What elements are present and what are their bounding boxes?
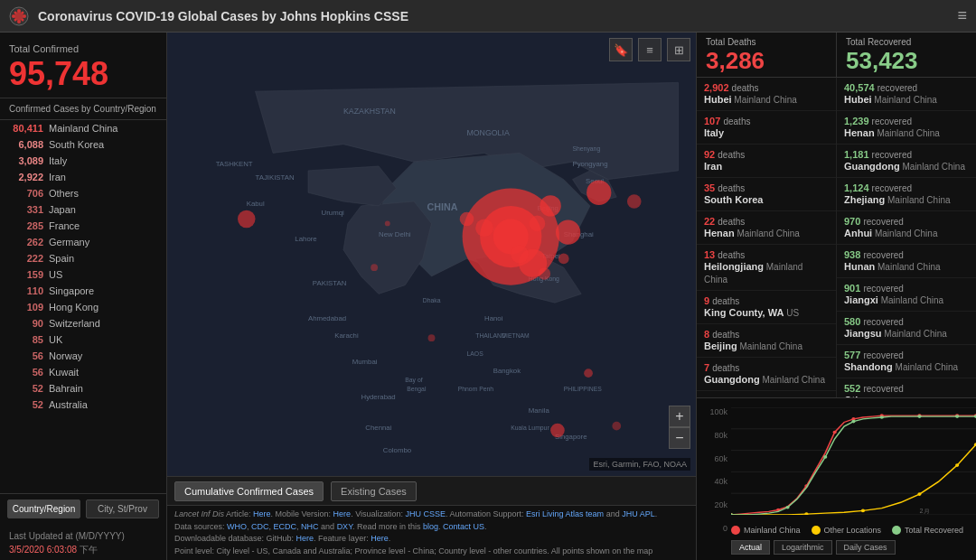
country-list-item[interactable]: 56Kuwait [0, 364, 166, 380]
svg-point-94 [917, 415, 921, 418]
country-list-item[interactable]: 706Others [0, 185, 166, 201]
map-container[interactable]: KAZAKHSTAN MONGOLIA TAJIKISTAN TASHKENT … [167, 33, 696, 476]
sidebar-tab-bar: Country/RegionCity, St/Prov [0, 493, 166, 524]
country-list-item[interactable]: 331Japan [0, 201, 166, 218]
recovered-count: 552 recovered [844, 383, 969, 394]
death-count: 2,902 deaths [704, 82, 829, 93]
svg-text:Mumbai: Mumbai [352, 358, 378, 366]
death-item: 8 deaths Beijing Mainland China [697, 324, 836, 358]
legend-dot [731, 526, 740, 535]
map-toggle-button[interactable]: Cumulative Confirmed Cases [174, 481, 324, 501]
death-count: 22 deaths [704, 216, 829, 227]
country-list-item[interactable]: 52Australia [0, 397, 166, 413]
country-list-item[interactable]: 159US [0, 266, 166, 283]
country-count: 56 [9, 367, 43, 378]
country-name: Australia [49, 399, 88, 410]
svg-text:VIETNAM: VIETNAM [502, 332, 530, 339]
death-count: 9 deaths [704, 295, 829, 306]
svg-text:KAZAKHSTAN: KAZAKHSTAN [343, 107, 396, 116]
death-count: 35 deaths [704, 182, 829, 193]
country-name: US [49, 269, 62, 280]
recovered-region: Anhui Mainland China [844, 227, 969, 239]
country-list-item[interactable]: 3,089Italy [0, 153, 166, 169]
country-name: Singapore [49, 285, 94, 296]
recovered-stat-box: Total Recovered 53,423 [836, 33, 976, 77]
recovered-count: 901 recovered [844, 283, 969, 294]
country-list-item[interactable]: 85UK [0, 331, 166, 348]
zoom-out-button[interactable]: − [669, 427, 690, 449]
country-list-item[interactable]: 110Singapore [0, 283, 166, 299]
zoom-in-button[interactable]: + [669, 406, 690, 427]
country-list-item[interactable]: 109Hong Kong [0, 299, 166, 315]
recovered-item: 577 recovered Shandong Mainland China [837, 345, 976, 378]
chart-y-label: 0 [700, 524, 727, 533]
svg-text:Karachi: Karachi [334, 331, 359, 340]
chart-y-label: 100k [700, 407, 727, 416]
country-name: Kuwait [49, 367, 79, 378]
map-info-footer: Lancet Inf Dis Article: Here. Mobile Ver… [167, 505, 696, 560]
jhu-link[interactable]: JHU CSSE [406, 509, 446, 518]
recovered-item: 901 recovered Jiangxi Mainland China [837, 278, 976, 312]
svg-point-58 [627, 194, 642, 209]
svg-point-91 [823, 455, 827, 459]
chart-tab[interactable]: Logarithmic [774, 540, 832, 555]
death-item: 22 deaths Henan Mainland China [697, 211, 836, 245]
recovered-count: 577 recovered [844, 350, 969, 360]
svg-point-54 [460, 212, 474, 227]
country-list-item[interactable]: 80,411Mainland China [0, 120, 166, 136]
death-item: 13 deaths Heilongjiang Mainland China [697, 245, 836, 291]
svg-point-65 [538, 267, 550, 280]
mobile-link[interactable]: Here [333, 509, 352, 518]
bookmark-icon[interactable]: 🔖 [609, 38, 633, 61]
updated-suffix: 下午 [80, 545, 98, 555]
chart-y-label: 60k [700, 454, 727, 463]
detail-lists: 2,902 deaths Hubei Mainland China 107 de… [697, 78, 976, 397]
country-list-item[interactable]: 56Norway [0, 348, 166, 364]
svg-point-66 [428, 334, 436, 341]
svg-text:TASHKENT: TASHKENT [216, 160, 253, 168]
svg-point-55 [530, 216, 546, 232]
svg-text:LAOS: LAOS [467, 350, 484, 357]
svg-point-2 [17, 9, 21, 13]
death-region: Heilongjiang Mainland China [704, 260, 829, 285]
country-list-item[interactable]: 262Germany [0, 234, 166, 250]
esri-link[interactable]: Esri Living Atlas team [526, 509, 604, 518]
svg-text:Bangkok: Bangkok [493, 367, 521, 375]
chart-tab[interactable]: Daily Cases [836, 540, 896, 555]
country-list-item[interactable]: 285France [0, 218, 166, 234]
chart-tab[interactable]: Actual [731, 540, 770, 555]
recovered-region: Jiangsu Mainland China [844, 327, 969, 340]
country-name: Switzerland [49, 318, 100, 329]
grid-icon[interactable]: ⊞ [667, 38, 690, 61]
chart-area: 100k80k60k40k20k0 [697, 397, 976, 560]
svg-text:PHILIPPINES: PHILIPPINES [564, 386, 602, 392]
country-count: 331 [9, 204, 43, 215]
country-count: 52 [9, 399, 43, 410]
menu-icon[interactable]: ≡ [957, 6, 967, 25]
country-list-item[interactable]: 222Spain [0, 250, 166, 266]
right-panel: Total Deaths 3,286 Total Recovered 53,42… [696, 33, 976, 560]
recovered-item: 1,124 recovered Zhejiang Mainland China [837, 178, 976, 211]
svg-point-5 [23, 14, 26, 18]
sidebar-tab[interactable]: City, St/Prov [86, 499, 159, 518]
country-count: 2,922 [9, 172, 43, 182]
sidebar-tab[interactable]: Country/Region [7, 499, 80, 518]
country-name: Iran [49, 172, 66, 182]
chart-legend: Mainland ChinaOther LocationsTotal Recov… [731, 526, 963, 535]
recovered-count: 40,574 recovered [844, 82, 969, 93]
recovered-item: 552 recovered Others [837, 378, 976, 397]
country-list-item[interactable]: 2,922Iran [0, 169, 166, 185]
country-list-item[interactable]: 6,088South Korea [0, 136, 166, 153]
legend-item: Mainland China [731, 526, 801, 535]
svg-text:Urumqi: Urumqi [322, 209, 344, 217]
jhu-apl-link[interactable]: JHU APL [622, 509, 655, 518]
country-list-item[interactable]: 90Switzerland [0, 315, 166, 331]
list-icon[interactable]: ≡ [638, 38, 662, 61]
country-list-item[interactable]: 52Bahrain [0, 380, 166, 397]
svg-point-77 [833, 431, 837, 434]
lancet-link[interactable]: Here [253, 509, 271, 518]
map-toggle-button[interactable]: Existing Cases [331, 481, 417, 501]
svg-text:TAJIKISTAN: TAJIKISTAN [256, 173, 295, 182]
country-name: Mainland China [49, 123, 117, 134]
svg-point-60 [550, 424, 565, 438]
